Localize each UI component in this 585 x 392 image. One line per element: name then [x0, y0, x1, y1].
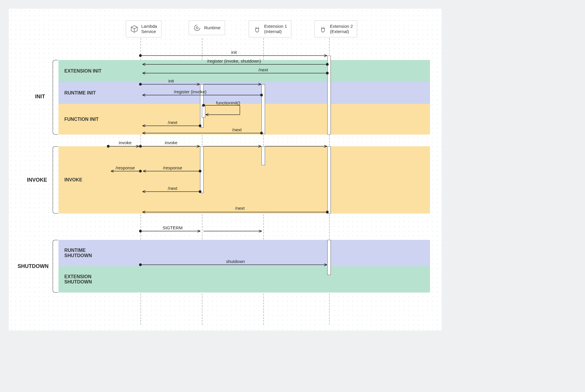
msg-init-rt: init — [168, 78, 174, 83]
actor-extension-1: Extension 1 (Internal) — [249, 20, 291, 37]
activation-ext1-init — [261, 84, 265, 134]
brace-invoke — [53, 146, 58, 214]
actor-lambda-service: Lambda Service — [126, 20, 161, 37]
msg-resp-out: /response — [116, 165, 135, 170]
actor-runtime: Runtime — [189, 20, 225, 35]
actor-ext2-label: Extension 2 (External) — [330, 24, 353, 34]
msg-next-ext2: /next — [235, 206, 245, 211]
msg-next-rt: /next — [168, 120, 178, 125]
actor-extension-2: Extension 2 (External) — [314, 20, 357, 37]
spinner-icon — [193, 24, 201, 32]
actor-lambda-label: Lambda Service — [141, 24, 157, 34]
cube-icon — [130, 25, 138, 33]
msg-register-rt: /register (invoke) — [174, 89, 207, 94]
band-runtime-init: RUNTIME INIT — [58, 82, 430, 104]
activation-ext2-invoke — [327, 146, 331, 214]
band-function-init: FUNCTION INIT — [58, 104, 430, 135]
msg-invoke-out: invoke — [165, 140, 177, 145]
actor-runtime-label: Runtime — [204, 25, 221, 30]
sequence-diagram: Lambda Service Runtime Extension 1 (Inte… — [9, 9, 442, 331]
activation-runtime-fninit — [202, 105, 205, 118]
msg-fninit: functionInit() — [216, 100, 240, 105]
msg-register-ext: /register (invoke, shutdown) — [207, 59, 261, 63]
msg-invoke-in: invoke — [119, 140, 131, 145]
band-extension-shutdown: EXTENSION SHUTDOWN — [58, 266, 430, 293]
msg-shutdown: shutdown — [226, 259, 245, 264]
activation-ext2-shutdown — [327, 240, 331, 275]
section-invoke-label: INVOKE — [27, 177, 47, 183]
plug-icon — [253, 25, 261, 33]
svg-point-0 — [194, 25, 200, 30]
msg-next-int: /next — [232, 127, 242, 132]
section-init-label: INIT — [35, 94, 45, 100]
msg-next-rt2: /next — [168, 186, 178, 191]
actor-ext1-label: Extension 1 (Internal) — [264, 24, 287, 34]
msg-resp-in: /response — [163, 165, 182, 170]
band-invoke: INVOKE — [58, 146, 430, 214]
msg-sigterm: SIGTERM — [163, 225, 183, 230]
brace-init — [53, 60, 58, 135]
plug-icon — [319, 25, 327, 33]
msg-init-ext: init — [231, 50, 237, 55]
activation-ext2-init — [327, 56, 331, 135]
brace-shutdown — [53, 240, 58, 293]
activation-ext1-invoke — [261, 146, 265, 165]
svg-point-1 — [196, 27, 198, 29]
msg-next-ext1: /next — [259, 67, 268, 72]
section-shutdown-label: SHUTDOWN — [18, 263, 49, 269]
activation-runtime-invoke — [200, 146, 204, 193]
